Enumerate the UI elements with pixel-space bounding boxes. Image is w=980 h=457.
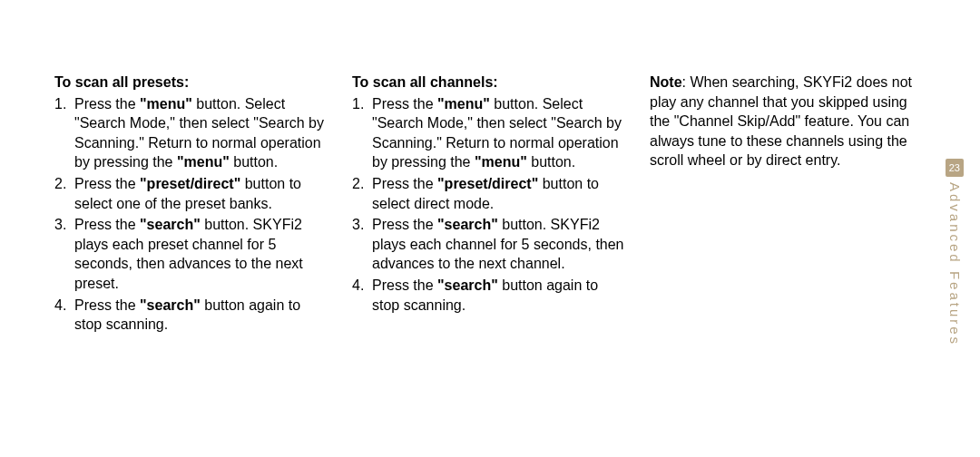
page-number-badge: 23 xyxy=(946,159,964,177)
steps-presets: Press the "menu" button. Select "Search … xyxy=(54,94,327,335)
steps-channels: Press the "menu" button. Select "Search … xyxy=(352,94,624,316)
list-item: Press the "search" button. SKYFi2 plays … xyxy=(352,215,624,274)
page-sidebar: 23 Advanced Features xyxy=(946,159,964,346)
list-item: Press the "menu" button. Select "Search … xyxy=(352,94,624,172)
list-item: Press the "menu" button. Select "Search … xyxy=(54,94,327,172)
list-item: Press the "search" button again to stop … xyxy=(352,276,624,315)
column-presets: To scan all presets: Press the "menu" bu… xyxy=(54,73,327,336)
section-label: Advanced Features xyxy=(946,182,964,346)
note-text: Note: When searching, SKYFi2 does not pl… xyxy=(650,73,922,170)
list-item: Press the "preset/direct" button to sele… xyxy=(54,174,327,213)
column-channels: To scan all channels: Press the "menu" b… xyxy=(352,73,624,336)
list-item: Press the "search" button again to stop … xyxy=(54,296,327,335)
heading-channels: To scan all channels: xyxy=(352,73,624,92)
list-item: Press the "search" button. SKYFi2 plays … xyxy=(54,215,327,293)
heading-presets: To scan all presets: xyxy=(54,73,327,92)
list-item: Press the "preset/direct" button to sele… xyxy=(352,174,624,213)
page-content: To scan all presets: Press the "menu" bu… xyxy=(54,73,944,336)
column-note: Note: When searching, SKYFi2 does not pl… xyxy=(650,73,922,336)
